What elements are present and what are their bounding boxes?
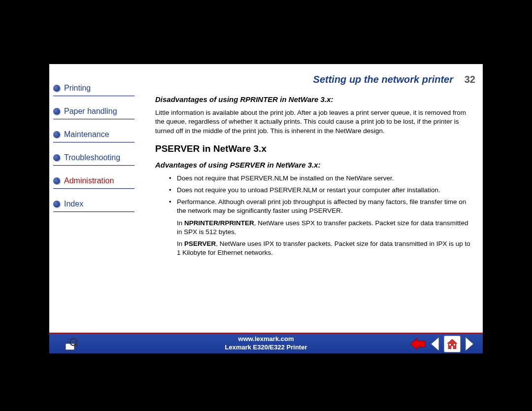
- bullet-icon: [53, 131, 60, 138]
- footer-nav: [409, 336, 475, 352]
- text: In: [177, 240, 184, 247]
- nav-item-printing[interactable]: Printing: [53, 84, 139, 93]
- svg-marker-4: [431, 337, 439, 351]
- nav-item-troubleshooting[interactable]: Troubleshooting: [53, 153, 139, 162]
- footer-bar: www.lexmark.com Lexmark E320/E322 Printe…: [49, 333, 483, 353]
- subheading-disadvantages: Disadvantages of using RPRINTER in NetWa…: [155, 95, 470, 104]
- sidebar-nav: Printing Paper handling Maintenance Trou…: [53, 84, 139, 223]
- bullet-icon: [53, 177, 60, 184]
- svg-marker-5: [447, 339, 457, 349]
- list-item: Does not require you to unload PSERVER.N…: [169, 186, 470, 195]
- footer-url[interactable]: www.lexmark.com: [225, 335, 307, 343]
- nav-item-maintenance[interactable]: Maintenance: [53, 130, 139, 139]
- nav-divider: [53, 211, 134, 212]
- nav-item-paper-handling[interactable]: Paper handling: [53, 107, 139, 116]
- nav-divider: [53, 119, 134, 119]
- home-button[interactable]: [444, 336, 461, 352]
- nav-item-index[interactable]: Index: [53, 200, 139, 208]
- bullet-icon: [53, 85, 60, 92]
- indented-paragraph: In PSERVER, NetWare uses IPX to transfer…: [177, 240, 470, 257]
- home-icon: [446, 338, 459, 350]
- svg-marker-3: [410, 338, 425, 350]
- bullet-list: Does not require that PSERVER.NLM be ins…: [169, 174, 470, 216]
- footer-text: www.lexmark.com Lexmark E320/E322 Printe…: [225, 335, 307, 352]
- bullet-icon: [53, 201, 60, 207]
- svg-rect-0: [66, 343, 74, 350]
- indented-paragraph: In NPRINTER/RPRINTER, NetWare uses SPX t…: [177, 219, 470, 237]
- page-number: 32: [465, 74, 475, 85]
- nav-label: Administration: [64, 176, 114, 185]
- svg-marker-8: [466, 337, 473, 351]
- nav-item-administration[interactable]: Administration: [53, 176, 139, 185]
- prev-page-icon[interactable]: [429, 336, 441, 352]
- nav-divider: [53, 96, 134, 96]
- nav-label: Index: [64, 200, 83, 208]
- nav-divider: [53, 188, 134, 189]
- nav-label: Printing: [64, 84, 91, 93]
- svg-rect-6: [449, 344, 451, 345]
- section-heading: PSERVER in NetWare 3.x: [155, 142, 470, 155]
- svg-rect-7: [454, 344, 455, 345]
- nav-divider: [53, 142, 134, 142]
- text: , NetWare uses IPX to transfer packets. …: [177, 240, 470, 256]
- bold-text: PSERVER: [184, 240, 216, 247]
- list-item: Performance. Although overall print job …: [169, 198, 470, 215]
- page-header-title: Setting up the network printer: [313, 74, 453, 85]
- footer-model: Lexmark E320/E322 Printer: [225, 343, 307, 352]
- bullet-icon: [53, 154, 60, 161]
- nav-label: Troubleshooting: [64, 153, 120, 162]
- paragraph: Little information is available about th…: [155, 108, 470, 136]
- back-arrow-icon[interactable]: [409, 337, 426, 351]
- subheading-advantages: Advantages of using PSERVER in NetWare 3…: [155, 160, 470, 170]
- list-item: Does not require that PSERVER.NLM be ins…: [169, 174, 470, 183]
- nav-divider: [53, 165, 134, 166]
- main-content: Disadvantages of using RPRINTER in NetWa…: [155, 95, 470, 261]
- nav-label: Maintenance: [64, 130, 109, 139]
- nav-label: Paper handling: [64, 107, 117, 116]
- search-icon[interactable]: [64, 337, 79, 351]
- bullet-icon: [53, 108, 60, 115]
- text: In: [177, 219, 184, 227]
- next-page-icon[interactable]: [464, 336, 475, 352]
- svg-line-2: [76, 344, 78, 346]
- bold-text: NPRINTER/RPRINTER: [184, 219, 254, 227]
